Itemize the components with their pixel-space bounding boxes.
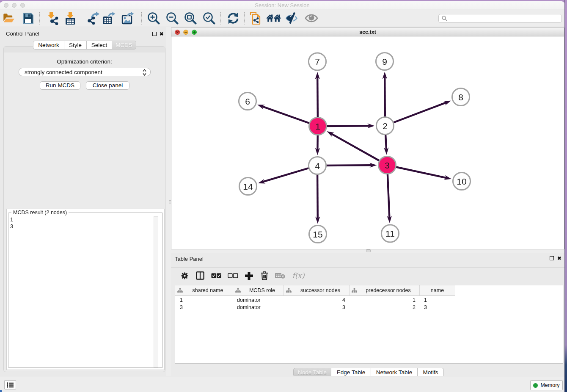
table-panel-float-button[interactable] xyxy=(550,256,554,260)
tab-edge-table[interactable]: Edge Table xyxy=(331,368,371,377)
network-maximize-button[interactable] xyxy=(192,30,197,35)
control-panel-close-button[interactable]: ✖ xyxy=(160,32,164,36)
column-header-name[interactable]: name xyxy=(420,285,455,296)
cell[interactable]: 2 xyxy=(350,304,416,311)
cell[interactable]: 3 xyxy=(284,304,345,311)
hide-selected-button[interactable] xyxy=(284,10,300,26)
search-field[interactable] xyxy=(438,14,562,23)
show-all-button[interactable] xyxy=(303,10,319,26)
zoom-in-icon xyxy=(147,11,160,25)
import-network-button[interactable] xyxy=(44,10,61,26)
column-header-shared-name[interactable]: shared name xyxy=(175,285,233,296)
table-panel-close-button[interactable]: ✖ xyxy=(557,256,561,261)
horizontal-splitter-handle[interactable] xyxy=(366,249,371,252)
show-all-icon xyxy=(304,12,319,25)
delete-column-button[interactable] xyxy=(258,270,271,282)
graph-edge-3-1[interactable] xyxy=(331,134,387,165)
result-value: 3 xyxy=(10,223,13,230)
tab-style[interactable]: Style xyxy=(64,41,87,50)
memory-label: Memory xyxy=(540,382,559,388)
column-header-label: successor nodes xyxy=(292,287,349,293)
trash-icon xyxy=(261,271,268,280)
cell[interactable]: dominator xyxy=(237,297,261,304)
dock-icon-fragment xyxy=(0,390,2,392)
tab-select[interactable]: Select xyxy=(87,41,112,50)
export-image-icon xyxy=(121,11,136,25)
network-close-button[interactable] xyxy=(175,30,180,35)
task-history-button[interactable] xyxy=(4,380,16,389)
import-network-icon xyxy=(46,11,59,25)
cell[interactable]: 1 xyxy=(350,297,416,304)
result-scrollbar[interactable] xyxy=(154,216,158,367)
tab-mcds[interactable]: MCDS xyxy=(112,41,136,50)
delete-table-button[interactable] xyxy=(274,270,286,282)
gear-icon xyxy=(181,272,188,279)
network-canvas[interactable]: 1234678910111415 xyxy=(171,37,564,249)
cell[interactable]: dominator xyxy=(237,304,261,311)
zoom-out-button[interactable] xyxy=(164,10,180,26)
cell[interactable]: 1 xyxy=(424,297,427,304)
zoom-in-button[interactable] xyxy=(146,10,162,26)
select-all-button[interactable] xyxy=(210,270,223,282)
close-panel-button[interactable]: Close panel xyxy=(86,81,129,90)
tab-network[interactable]: Network xyxy=(33,41,64,50)
export-image-button[interactable] xyxy=(121,10,137,26)
graph-node-label: 11 xyxy=(385,229,395,238)
cell[interactable]: 4 xyxy=(284,297,345,304)
table-settings-button[interactable] xyxy=(178,270,191,282)
run-mcds-button[interactable]: Run MCDS xyxy=(40,81,80,90)
export-network-button[interactable] xyxy=(86,10,102,26)
network-window-title: scc.txt xyxy=(171,28,564,36)
graph-node-label: 1 xyxy=(315,121,320,131)
fx-icon: f(x) xyxy=(292,271,304,280)
save-session-button[interactable] xyxy=(20,10,36,26)
search-input[interactable] xyxy=(449,15,561,22)
cell[interactable]: 3 xyxy=(424,304,427,311)
delete-table-icon xyxy=(275,272,285,279)
memory-button[interactable]: Memory xyxy=(530,380,563,390)
open-file-button[interactable] xyxy=(1,10,17,26)
column-namespace-icon xyxy=(177,288,183,293)
plus-icon xyxy=(245,272,253,280)
column-header-successor-nodes[interactable]: successor nodes xyxy=(284,285,350,296)
graph-node-label: 14 xyxy=(243,182,253,191)
network-from-selection-icon xyxy=(249,11,263,25)
add-column-button[interactable] xyxy=(242,270,255,282)
toolbar-separator xyxy=(244,12,245,25)
graph-node-label: 3 xyxy=(385,160,390,170)
save-session-icon xyxy=(23,13,33,24)
search-icon xyxy=(442,16,447,21)
graph-node-label: 9 xyxy=(382,57,387,66)
tab-motifs[interactable]: Motifs xyxy=(418,368,444,377)
split-columns-button[interactable] xyxy=(194,270,206,282)
app-window: Session: New Session xyxy=(0,1,564,392)
table-toolbar: f(x) xyxy=(171,267,564,283)
tab-network-table[interactable]: Network Table xyxy=(371,368,418,377)
function-builder-button[interactable]: f(x) xyxy=(290,270,307,282)
network-from-selection-button[interactable] xyxy=(248,10,264,26)
toolbar-separator xyxy=(81,12,81,25)
network-window-titlebar[interactable]: scc.txt xyxy=(171,28,564,36)
column-header-mcds-role[interactable]: MCDS role xyxy=(233,285,284,296)
criterion-dropdown[interactable]: strongly connected component xyxy=(19,68,151,76)
zoom-selected-button[interactable] xyxy=(201,10,217,26)
cell[interactable]: 3 xyxy=(180,304,183,311)
import-table-button[interactable] xyxy=(62,10,78,26)
tab-label: Edge Table xyxy=(337,369,365,375)
graph-edge-2-8[interactable] xyxy=(385,102,446,126)
first-neighbors-button[interactable] xyxy=(266,10,282,26)
export-table-button[interactable] xyxy=(102,10,118,26)
control-panel-float-button[interactable] xyxy=(152,32,157,36)
zoom-fit-button[interactable] xyxy=(182,10,198,26)
mcds-result-text[interactable]: 1 3 xyxy=(10,216,13,230)
tab-label: Network Table xyxy=(376,369,412,375)
cell[interactable]: 1 xyxy=(180,297,183,304)
deselect-all-button[interactable] xyxy=(226,270,239,282)
column-header-label: name xyxy=(420,287,455,293)
network-minimize-button[interactable] xyxy=(183,30,189,35)
tab-node-table[interactable]: Node Table xyxy=(293,368,331,377)
refresh-button[interactable] xyxy=(225,10,241,26)
export-table-icon xyxy=(103,11,117,25)
graph-node-label: 10 xyxy=(457,177,466,186)
column-header-predecessor-nodes[interactable]: predecessor nodes xyxy=(350,285,420,296)
